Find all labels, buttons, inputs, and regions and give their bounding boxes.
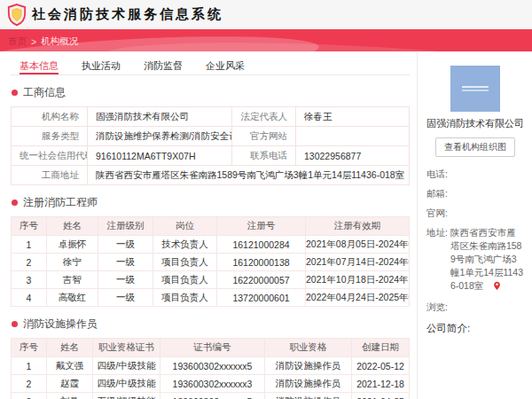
table-cell: 16120000138 [217, 254, 306, 271]
table-cell: 戴文强 [47, 357, 93, 375]
sidebar-field-email: 邮箱: [426, 187, 524, 200]
business-info-table: 机构名称 固强消防技术有限公司 法定代表人 徐春王 服务类型 消防设施维护保养检… [11, 106, 410, 185]
map-pin-icon[interactable] [493, 281, 501, 294]
field-value: 徐春王 [296, 107, 410, 127]
company-logo-watermark [462, 86, 489, 91]
table-cell: 技术负责人 [153, 236, 217, 254]
address-text: 陕西省西安市雁塔区朱雀南路1589号南飞鸿广场3幢1单元14层11436-018… [96, 169, 404, 180]
field-label: 服务类型 [12, 127, 88, 146]
section-registered-engineers: 注册消防工程师 [12, 195, 410, 210]
table-cell: 16220000057 [217, 271, 306, 289]
section-facility-operators: 消防设施操作员 [12, 317, 410, 332]
column-header: 姓名 [47, 217, 98, 236]
column-header: 职业资格 [265, 339, 352, 357]
tab-fire-supervision[interactable]: 消防监督 [144, 59, 183, 74]
table-cell: 消防设施操作员 [265, 375, 352, 393]
table-cell: 消防设施操作员 [265, 393, 352, 399]
company-intro-label: 公司简介: [426, 322, 524, 335]
table-cell: 一级 [98, 236, 153, 254]
engineers-table-body: 1卓振怀一级技术负责人161210002842021年08月05日-2024年0… [12, 236, 410, 307]
field-label: 浏览: [426, 301, 448, 314]
left-column: 基本信息 执业活动 消防监督 企业风采 工商信息 机构名称 固强消防技术有限公司… [0, 51, 417, 399]
breadcrumb-current: 机构概况 [41, 35, 78, 48]
column-header: 注册有效期 [306, 217, 410, 236]
tab-company-showcase[interactable]: 企业风采 [206, 59, 245, 74]
fire-shield-logo-icon [7, 4, 27, 27]
field-label: 法定代表人 [232, 107, 296, 127]
table-cell: 赵霞 [47, 375, 93, 393]
table-cell: 高敬红 [47, 289, 98, 307]
tab-practice-activity[interactable]: 执业活动 [82, 59, 121, 74]
table-cell: 四级/中级技能 [93, 375, 160, 393]
field-value: 陕西省西安市雁塔区朱雀南路1589号南飞鸿广场3幢1单元14层11436-018… [450, 226, 524, 294]
column-header: 序号 [12, 217, 47, 236]
table-cell: 刘晶 [47, 393, 93, 399]
engineers-table: 序号姓名注册级别岗位注册号注册有效期 1卓振怀一级技术负责人1612100028… [11, 216, 410, 307]
app-header: 社会消防技术服务信息系统 [0, 0, 532, 29]
field-label: 统一社会信用代码 [12, 146, 88, 166]
table-cell: 2022-05-12 [352, 357, 410, 375]
sidebar-field-website: 官网: [426, 207, 524, 220]
column-header: 岗位 [153, 217, 217, 236]
field-value: 固强消防技术有限公司 [88, 107, 232, 127]
column-header: 姓名 [47, 339, 93, 357]
section-dot-icon [12, 200, 18, 206]
table-cell: 183600302xxxxxx5 [160, 393, 265, 399]
table-cell: 1 [12, 236, 47, 254]
view-org-chart-button[interactable]: 查看机构组织图 [435, 137, 515, 157]
field-value [296, 127, 410, 146]
column-header: 证书编号 [160, 339, 265, 357]
field-label: 机构名称 [12, 107, 88, 127]
tab-basic-info[interactable]: 基本信息 [20, 59, 59, 74]
table-row: 工商地址 陕西省西安市雁塔区朱雀南路1589号南飞鸿广场3幢1单元14层1143… [12, 166, 410, 185]
table-cell: 一级 [98, 254, 153, 271]
table-cell: 2022年04月24日-2025年04月24日 [306, 289, 410, 307]
field-label: 官网: [426, 207, 448, 220]
sidebar-field-phone: 电话: [426, 168, 524, 181]
table-row: 2赵霞四级/中级技能193600302xxxxxx3消防设施操作员2021-12… [12, 375, 410, 393]
table-cell: 193600302xxxxxx3 [160, 375, 265, 393]
table-cell: 徐宁 [47, 254, 98, 271]
table-row: 1戴文强四级/中级技能193600302xxxxxx5消防设施操作员2022-0… [12, 357, 410, 375]
field-value: 消防设施维护保养检测/消防安全评估 [88, 127, 232, 146]
tab-bar: 基本信息 执业活动 消防监督 企业风采 [11, 51, 410, 75]
table-row: 机构名称 固强消防技术有限公司 法定代表人 徐春王 [12, 107, 410, 127]
section-dot-icon [12, 321, 18, 327]
column-header: 注册级别 [98, 217, 153, 236]
table-cell: 4 [12, 289, 47, 307]
table-cell: 一级 [98, 271, 153, 289]
column-header: 注册号 [217, 217, 306, 236]
company-logo [450, 66, 500, 112]
table-row: 1卓振怀一级技术负责人161210002842021年08月05日-2024年0… [12, 236, 410, 254]
field-label: 联系电话 [232, 146, 296, 166]
table-cell: 吉智 [47, 271, 98, 289]
sidebar-field-views: 浏览: [426, 301, 524, 314]
table-cell: 一级 [98, 289, 153, 307]
main-content: 基本信息 执业活动 消防监督 企业风采 工商信息 机构名称 固强消防技术有限公司… [0, 51, 532, 399]
column-header: 职业资格证书 [93, 339, 160, 357]
table-cell: 消防设施操作员 [265, 357, 352, 375]
field-value: 91610112MA6TT9X07H [88, 146, 232, 166]
field-label: 官方网站 [232, 127, 296, 146]
operators-table: 序号姓名职业资格证书证书编号职业资格创建日期 1戴文强四级/中级技能193600… [11, 338, 410, 399]
table-row: 3刘晶五级/初级技能183600302xxxxxx5消防设施操作员2021-04… [12, 393, 410, 399]
table-row: 3吉智一级项目负责人162200000572021年10月18日-2024年10… [12, 271, 410, 289]
breadcrumb: 首页 > 机构概况 [0, 29, 532, 48]
field-label: 地址: [426, 226, 448, 294]
table-cell: 五级/初级技能 [93, 393, 160, 399]
table-cell: 3 [12, 393, 47, 399]
section-title-text: 工商信息 [23, 85, 66, 100]
breadcrumb-home-link[interactable]: 首页 [8, 35, 27, 48]
table-row: 服务类型 消防设施维护保养检测/消防安全评估 官方网站 [12, 127, 410, 146]
column-header: 序号 [12, 339, 47, 357]
company-name: 固强消防技术有限公司 [426, 117, 524, 130]
table-cell: 2 [12, 375, 47, 393]
table-cell: 1 [12, 357, 47, 375]
operators-table-body: 1戴文强四级/中级技能193600302xxxxxx5消防设施操作员2022-0… [12, 357, 410, 399]
breadcrumb-separator: > [31, 36, 36, 47]
field-value: 13022956877 [296, 146, 410, 166]
table-cell: 卓振怀 [47, 236, 98, 254]
table-cell: 2021-04-25 [352, 393, 410, 399]
table-row: 2徐宁一级项目负责人161200001382021年07月14日-2024年07… [12, 254, 410, 271]
address-text: 陕西省西安市雁塔区朱雀南路1589号南飞鸿广场3幢1单元14层11436-018… [450, 227, 523, 291]
